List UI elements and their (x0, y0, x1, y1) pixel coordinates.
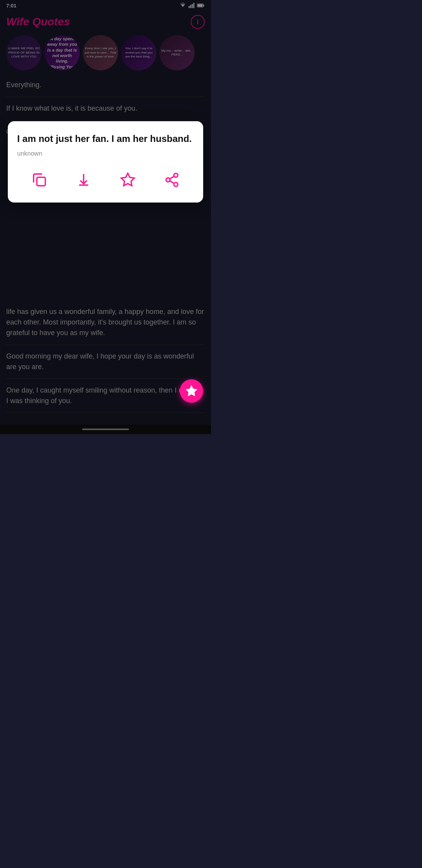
copy-button[interactable] (26, 167, 53, 193)
svg-point-11 (166, 178, 170, 182)
download-icon (73, 170, 94, 190)
popup-actions (17, 167, 194, 193)
popup-author: unknown (17, 150, 194, 157)
share-icon (162, 170, 182, 190)
download-button[interactable] (70, 167, 97, 193)
svg-marker-9 (121, 173, 134, 186)
svg-line-14 (170, 176, 174, 179)
overlay[interactable] (0, 0, 211, 434)
svg-rect-8 (37, 177, 45, 186)
svg-marker-15 (187, 386, 197, 396)
popup-quote-text: I am not just her fan. I am her husband. (17, 132, 194, 145)
svg-line-13 (170, 181, 174, 183)
quote-popup: I am not just her fan. I am her husband.… (8, 121, 203, 203)
fab-favorites[interactable] (180, 379, 203, 403)
svg-point-10 (174, 173, 178, 177)
svg-point-12 (174, 182, 178, 186)
star-icon (118, 170, 138, 190)
copy-icon (29, 170, 50, 190)
favorite-button[interactable] (114, 167, 141, 193)
share-button[interactable] (159, 167, 185, 193)
star-fab-icon (186, 385, 197, 397)
